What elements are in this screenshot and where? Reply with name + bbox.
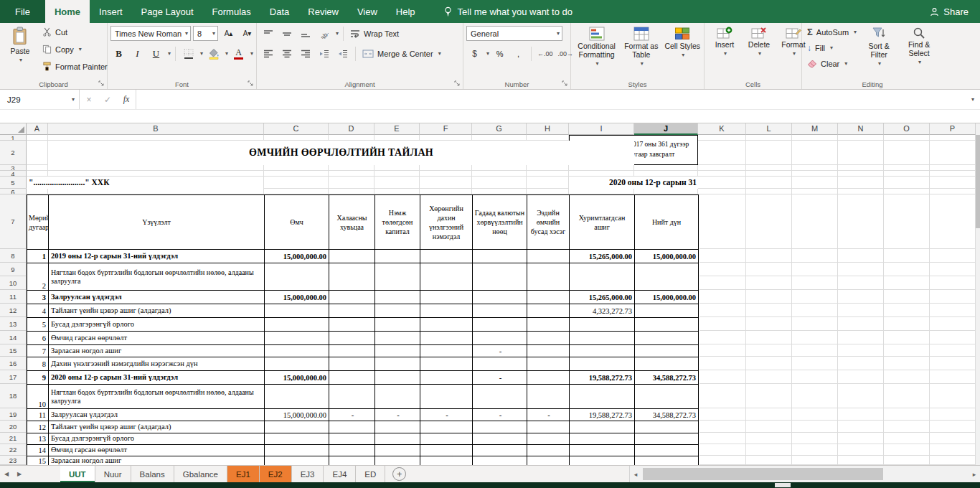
column-header-I[interactable]: I <box>569 123 634 135</box>
cell-value[interactable] <box>329 385 375 409</box>
autosum-button[interactable]: Σ AutoSum <box>805 24 859 39</box>
conditional-formatting-dropdown-icon[interactable] <box>596 61 599 67</box>
clear-dropdown-icon[interactable] <box>844 61 847 67</box>
paste-dropdown-icon[interactable] <box>19 57 22 63</box>
new-sheet-button[interactable]: + <box>392 467 406 481</box>
cell-row-number[interactable]: 9 <box>27 371 49 385</box>
cell-value[interactable] <box>527 371 570 385</box>
formula-input[interactable] <box>136 90 964 109</box>
cell-value[interactable] <box>635 318 699 332</box>
cell-value[interactable] <box>635 445 699 456</box>
cell-value[interactable] <box>635 357 699 371</box>
sort-filter-button[interactable]: Sort & Filter <box>859 24 899 78</box>
cell-value[interactable] <box>265 433 329 445</box>
increase-indent-button[interactable] <box>334 46 351 61</box>
column-header-N[interactable]: N <box>838 123 884 135</box>
cell-label[interactable]: Бусад дэлгэрэнгүй орлого <box>49 433 265 445</box>
cell-row-number[interactable]: 12 <box>27 421 49 433</box>
ribbon-tab-page-layout[interactable]: Page Layout <box>132 0 203 23</box>
cell-value[interactable] <box>420 304 473 318</box>
cell-label[interactable]: Залруулсан үлдэгдэл <box>49 409 265 421</box>
cell-value[interactable] <box>420 318 473 332</box>
cell-value[interactable] <box>329 445 375 456</box>
decrease-font-size-button[interactable]: A▾ <box>239 26 255 41</box>
column-header-G[interactable]: G <box>472 123 527 135</box>
cell-value[interactable] <box>420 433 473 445</box>
find-select-button[interactable]: Find & Select <box>899 24 939 78</box>
conditional-formatting-button[interactable]: Conditional Formatting <box>574 24 619 78</box>
enter-button[interactable]: ✓ <box>98 90 117 109</box>
insert-function-button[interactable]: fx <box>117 90 136 109</box>
sheet-tab-ej3[interactable]: EJ3 <box>292 466 324 482</box>
cell-value[interactable]: - <box>329 409 375 421</box>
cell-value[interactable] <box>375 291 420 304</box>
share-button[interactable]: Share <box>930 0 969 23</box>
row-header-20[interactable]: 20 <box>0 421 27 433</box>
column-header-L[interactable]: L <box>746 123 792 135</box>
cell-value[interactable] <box>527 357 570 371</box>
cell-value[interactable]: 15,000,000.00 <box>265 291 329 304</box>
fill-button[interactable]: ↓ Fill <box>805 40 859 55</box>
cell-value[interactable]: 15,265,000.00 <box>570 250 635 263</box>
cell-row-number[interactable]: 5 <box>27 318 49 332</box>
italic-button[interactable]: I <box>129 46 146 61</box>
cell-value[interactable] <box>375 304 420 318</box>
cell-label[interactable]: Зарласан ногдол ашиг <box>49 345 265 357</box>
underline-dropdown-icon[interactable] <box>168 51 171 57</box>
cell-row-number[interactable]: 6 <box>27 332 49 345</box>
cell-value[interactable] <box>329 433 375 445</box>
cell-label[interactable]: Өмчид гарсан өөрчлөлт <box>49 445 265 456</box>
cell-value[interactable] <box>635 421 699 433</box>
merge-center-dropdown-icon[interactable] <box>438 51 441 57</box>
cell-value[interactable] <box>570 421 635 433</box>
sheet-tab-ed[interactable]: ED <box>356 466 385 482</box>
font-dialog-launcher[interactable] <box>247 80 255 88</box>
align-top-button[interactable] <box>260 26 276 41</box>
cell-label[interactable]: Тайлант үеийн цэвэр ашиг (алдагдал) <box>49 304 265 318</box>
cell-value[interactable] <box>527 332 570 345</box>
row-header-3[interactable]: 3 <box>0 165 27 171</box>
column-header-E[interactable]: E <box>374 123 420 135</box>
cell-label[interactable]: Нягтлан бодох бүртгэлийн бодлогын өөрчлө… <box>49 263 265 291</box>
cell-value[interactable] <box>570 357 635 371</box>
cell-label[interactable]: 2020 оны 12-р сарын 31-ний үлдэгдэл <box>49 371 265 385</box>
increase-decimal-button[interactable]: ←.00 <box>536 46 555 61</box>
font-size-select[interactable]: 8 <box>193 26 218 41</box>
sheet-tab-uut[interactable]: UUT <box>60 466 95 482</box>
cell-value[interactable] <box>473 250 527 263</box>
accounting-dropdown-icon[interactable] <box>486 51 489 57</box>
cell-value[interactable] <box>635 433 699 445</box>
row-header-16[interactable]: 16 <box>0 357 27 370</box>
cell-value[interactable] <box>265 304 329 318</box>
cell-value[interactable] <box>420 332 473 345</box>
align-middle-button[interactable] <box>278 26 295 41</box>
cell-value[interactable]: 15,000,000.00 <box>265 371 329 385</box>
bold-button[interactable]: B <box>110 46 127 61</box>
cell-value[interactable] <box>265 421 329 433</box>
cell-value[interactable] <box>420 385 473 409</box>
cell-value[interactable] <box>329 318 375 332</box>
underline-button[interactable]: U <box>148 46 164 61</box>
cell-value[interactable] <box>329 263 375 291</box>
cell-value[interactable]: - <box>473 409 527 421</box>
format-painter-button[interactable]: Format Painter <box>40 59 110 74</box>
fill-color-button[interactable] <box>205 46 222 61</box>
cell-value[interactable]: 15,000,000.00 <box>635 250 699 263</box>
cell-row-number[interactable]: 7 <box>27 345 49 357</box>
sheet-tab-ej4[interactable]: EJ4 <box>324 466 356 482</box>
copy-dropdown-icon[interactable] <box>79 47 82 52</box>
ribbon-tab-formulas[interactable]: Formulas <box>203 0 260 23</box>
ribbon-tab-insert[interactable]: Insert <box>90 0 132 23</box>
cell-styles-button[interactable]: Cell Styles <box>663 24 702 78</box>
cell-label[interactable]: Тайлант үеийн цэвэр ашиг (алдагдал) <box>49 421 265 433</box>
cell-value[interactable] <box>329 291 375 304</box>
cell-row-number[interactable]: 15 <box>27 456 49 466</box>
row-header-13[interactable]: 13 <box>0 317 27 331</box>
ribbon-tab-view[interactable]: View <box>348 0 387 23</box>
cell-value[interactable]: 19,588,272.73 <box>570 371 635 385</box>
alignment-dialog-launcher[interactable] <box>453 80 461 88</box>
font-name-dropdown-icon[interactable] <box>185 31 188 37</box>
cell-value[interactable] <box>635 385 699 409</box>
row-header-9[interactable]: 9 <box>0 263 27 276</box>
cell-value[interactable] <box>375 371 420 385</box>
